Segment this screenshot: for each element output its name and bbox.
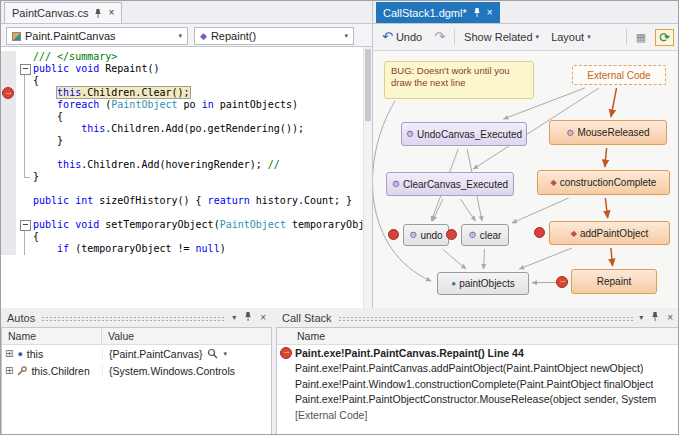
breakpoint-margin[interactable]	[1, 147, 16, 159]
stack-frame-row[interactable]: Paint.exe!Paint.PaintCanvas.Repaint() Li…	[277, 345, 678, 361]
tab-paintcanvas[interactable]: PaintCanvas.cs ×	[4, 2, 122, 23]
code-line[interactable]: public void Repaint()	[1, 63, 372, 75]
column-header-value[interactable]: Value	[102, 328, 271, 344]
expand-icon[interactable]: ⊞	[5, 349, 13, 359]
close-icon[interactable]: ×	[260, 312, 266, 323]
code-line[interactable]: public void setTemporaryObject(PaintObje…	[1, 219, 372, 231]
graph-node-external[interactable]: External Code	[572, 65, 666, 85]
scrollbar-thumb[interactable]	[365, 49, 371, 121]
type-dropdown[interactable]: Paint.PaintCanvas ▾	[6, 27, 188, 45]
close-icon[interactable]: ×	[108, 8, 114, 18]
graph-node-mouseReleased[interactable]: ⚙MouseReleased	[549, 120, 667, 145]
graph-node-undo[interactable]: ⚙undo	[403, 224, 449, 246]
code-line[interactable]: }	[1, 171, 372, 183]
magnifier-icon[interactable]	[207, 348, 218, 359]
graph-node-clearCanvas[interactable]: ⚙ClearCanvas_Executed	[386, 172, 514, 196]
code-line[interactable]: /// </summary>	[1, 51, 372, 63]
code-text: /// </summary>	[33, 51, 117, 63]
code-line[interactable]: foreach (PaintObject po in paintObjects)	[1, 99, 372, 111]
window-menu-icon[interactable]: ▾	[639, 313, 643, 322]
code-line[interactable]: {	[1, 75, 372, 87]
callstack-header: Name	[277, 328, 678, 345]
graph-node-clear[interactable]: ⚙clear	[461, 224, 509, 246]
pin-icon[interactable]	[473, 7, 481, 18]
graph-node-label: Repaint	[597, 276, 631, 287]
stack-frame-row[interactable]: [External Code]	[277, 407, 678, 423]
breakpoint-margin[interactable]	[1, 159, 16, 171]
breakpoint-margin[interactable]	[1, 135, 16, 147]
breakpoint-margin[interactable]	[1, 87, 16, 99]
undo-button[interactable]: ↶ Undo	[379, 29, 425, 45]
code-editor[interactable]: /// </summary>public void Repaint(){ thi…	[1, 47, 372, 308]
collapse-toggle-icon[interactable]	[16, 219, 33, 231]
graph-node-paintObjects[interactable]: ●paintObjects	[437, 272, 529, 295]
code-line[interactable]: }	[1, 135, 372, 147]
breakpoint-margin[interactable]	[1, 207, 16, 219]
graph-node-repaint[interactable]: Repaint	[571, 269, 657, 294]
graph-node-undoCanvas[interactable]: ⚙UndoCanvas_Executed	[401, 122, 527, 146]
chevron-down-icon[interactable]: ▾	[223, 350, 227, 358]
code-line[interactable]: if (temporaryObject != null)	[1, 243, 372, 255]
layout-dropdown[interactable]: Layout ▾	[548, 29, 594, 45]
redo-button[interactable]: ↷	[431, 30, 448, 44]
breakpoint-margin[interactable]	[1, 171, 16, 183]
drag-grip[interactable]	[41, 316, 226, 322]
column-header-name[interactable]: Name	[2, 328, 102, 344]
show-related-dropdown[interactable]: Show Related ▾	[461, 29, 542, 45]
close-icon[interactable]: ×	[487, 8, 493, 18]
auto-layout-button[interactable]: ⟳	[655, 29, 674, 46]
code-line[interactable]: this.Children.Clear();	[1, 87, 372, 99]
member-dropdown[interactable]: ◆ Repaint() ▾	[194, 27, 354, 45]
frame-text: Paint.exe!Paint.PaintCanvas.Repaint() Li…	[295, 347, 524, 359]
graph-node-addPaintObject[interactable]: ◆addPaintObject	[549, 221, 670, 245]
code-text: public void setTemporaryObject(PaintObje…	[33, 219, 364, 231]
code-line[interactable]: this.Children.Add(po.getRendering());	[1, 123, 372, 135]
breakpoint-margin[interactable]	[1, 195, 16, 207]
breakpoint-margin[interactable]	[1, 219, 16, 231]
code-line[interactable]	[1, 183, 372, 195]
fit-to-screen-icon: ▦	[636, 31, 646, 44]
code-line[interactable]: this.Children.Add(hoveringRender); //	[1, 159, 372, 171]
gear-purple-icon: ⚙	[469, 230, 477, 240]
watch-row[interactable]: ⊞●this{Paint.PaintCanvas}▾	[2, 345, 271, 362]
breakpoint-margin[interactable]	[1, 63, 16, 75]
window-menu-icon[interactable]: ▾	[232, 313, 236, 322]
graph-node-constructionComplete[interactable]: ◆constructionComplete	[537, 170, 670, 195]
fit-to-screen-button[interactable]: ▦	[633, 29, 649, 46]
graph-toolbar: ↶ Undo ↷ Show Related ▾ Layout ▾ ▦ ⟳	[373, 23, 679, 51]
breakpoint-margin[interactable]	[1, 183, 16, 195]
collapse-toggle-icon[interactable]	[16, 63, 33, 75]
pin-icon[interactable]	[651, 311, 659, 324]
pin-icon[interactable]	[94, 8, 102, 19]
callstack-title-bar[interactable]: Call Stack ▾ ×	[276, 308, 679, 327]
stack-frame-row[interactable]: Paint.exe!Paint.PaintObjectConstructor.M…	[277, 392, 678, 408]
code-line[interactable]: {	[1, 231, 372, 243]
breakpoint-margin[interactable]	[1, 75, 16, 87]
column-header-name[interactable]: Name	[277, 328, 678, 344]
code-line[interactable]: public int sizeOfHistory() { reaturn his…	[1, 195, 372, 207]
breakpoint-margin[interactable]	[1, 231, 16, 243]
fold-margin	[16, 111, 33, 123]
breakpoint-margin[interactable]	[1, 51, 16, 63]
breakpoint-margin[interactable]	[1, 111, 16, 123]
drag-grip[interactable]	[338, 316, 634, 322]
method-icon: ◆	[200, 31, 207, 41]
code-line[interactable]	[1, 207, 372, 219]
graph-node-label: undo	[420, 230, 442, 241]
stack-frame-row[interactable]: Paint.exe!Paint.PaintCanvas.addPaintObje…	[277, 361, 678, 377]
breakpoint-margin[interactable]	[1, 243, 16, 255]
tab-callstack-dgml[interactable]: CallStack1.dgml* ×	[376, 2, 500, 23]
autos-title-bar[interactable]: Autos ▾ ×	[1, 308, 272, 327]
graph-canvas[interactable]: BUG: Doesn't work until you draw the nex…	[373, 51, 679, 308]
close-icon[interactable]: ×	[667, 312, 673, 323]
breakpoint-margin[interactable]	[1, 123, 16, 135]
expand-icon[interactable]: ⊞	[5, 366, 13, 376]
watch-row[interactable]: ⊞this.Children{System.Windows.Controls	[2, 362, 271, 379]
code-line[interactable]	[1, 147, 372, 159]
breakpoint-margin[interactable]	[1, 99, 16, 111]
editor-vertical-scrollbar[interactable]	[363, 47, 372, 308]
code-line[interactable]: {	[1, 111, 372, 123]
pin-icon[interactable]	[244, 311, 252, 324]
stack-frame-row[interactable]: Paint.exe!Paint.Window1.constructionComp…	[277, 376, 678, 392]
graph-node-note[interactable]: BUG: Doesn't work until you draw the nex…	[384, 61, 534, 99]
